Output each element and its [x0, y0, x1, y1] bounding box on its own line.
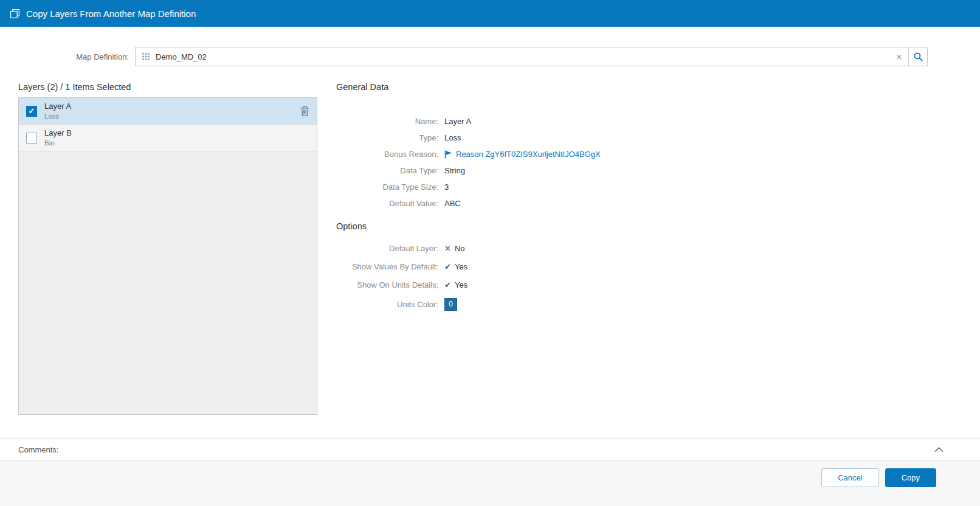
field-label: Data Type:: [336, 165, 444, 176]
layer-type: Bin: [44, 139, 72, 148]
field-row: Default Value: ABC: [336, 198, 980, 209]
comments-bar: Comments:: [0, 438, 980, 460]
dialog-body: Layers (2) / 1 Items Selected ✓ Layer A …: [0, 82, 980, 415]
field-value: Loss: [444, 133, 461, 144]
dialog-footer: Cancel Copy: [0, 460, 980, 506]
field-row: Bonus Reason: Reason ZgY6fT0ZIS9XurljetN…: [336, 149, 980, 160]
field-row: Data Type: String: [336, 165, 980, 176]
no-icon: ✕: [444, 243, 451, 254]
field-row: Type: Loss: [336, 133, 980, 144]
field-label: Default Value:: [336, 198, 444, 209]
check-icon: ✔: [444, 262, 451, 272]
option-row: Default Layer: ✕ No: [336, 243, 980, 254]
search-button[interactable]: [909, 47, 928, 66]
layer-list-item[interactable]: Layer B Bin: [19, 125, 317, 151]
copy-button[interactable]: Copy: [885, 468, 936, 487]
trash-icon[interactable]: [300, 106, 309, 116]
field-value: Layer A: [444, 116, 471, 127]
general-data-panel: General Data Name: Layer A Type: Loss Bo…: [336, 82, 980, 415]
field-label: Type:: [336, 133, 444, 144]
layer-name: Layer B: [44, 128, 72, 139]
layers-panel: Layers (2) / 1 Items Selected ✓ Layer A …: [18, 82, 317, 415]
layer-name: Layer A: [44, 101, 71, 112]
map-definition-label: Map Definition:: [0, 52, 135, 61]
clear-icon[interactable]: ×: [896, 52, 902, 62]
layer-checkbox[interactable]: ✓: [26, 106, 37, 117]
option-label: Units Color:: [336, 299, 444, 310]
cancel-button[interactable]: Cancel: [821, 468, 878, 487]
field-value: Reason ZgY6fT0ZIS9XurljetNtIJO4BGgX: [444, 149, 601, 160]
flag-icon: [444, 150, 452, 159]
layer-type: Loss: [44, 112, 71, 122]
option-row: Show Values By Default: ✔ Yes: [336, 262, 980, 272]
field-row: Data Type Size: 3: [336, 182, 980, 193]
check-icon: ✔: [444, 280, 451, 291]
map-definition-input[interactable]: Demo_MD_02 ×: [135, 47, 909, 66]
map-definition-value: Demo_MD_02: [156, 52, 207, 61]
field-label: Name:: [336, 116, 444, 127]
option-row: Units Color: 0: [336, 298, 980, 311]
layer-checkbox[interactable]: [26, 133, 37, 144]
map-definition-entity-icon: [142, 52, 150, 61]
chevron-up-icon[interactable]: [934, 447, 944, 452]
field-label: Bonus Reason:: [336, 149, 444, 160]
general-data-header: General Data: [336, 82, 980, 92]
bonus-reason-link[interactable]: Reason ZgY6fT0ZIS9XurljetNtIJO4BGgX: [456, 149, 601, 160]
dialog-titlebar: Copy Layers From Another Map Definition: [0, 0, 980, 27]
units-color-chip: 0: [444, 298, 457, 311]
field-value: ABC: [444, 198, 461, 209]
option-label: Default Layer:: [336, 243, 444, 254]
copy-layers-icon: [10, 9, 20, 19]
layers-panel-header: Layers (2) / 1 Items Selected: [18, 82, 317, 92]
search-icon: [913, 52, 923, 62]
option-value: Yes: [455, 280, 468, 291]
option-label: Show On Units Details:: [336, 280, 444, 291]
option-value: Yes: [455, 262, 468, 272]
map-definition-row: Map Definition: Demo_MD_02 ×: [0, 47, 980, 66]
field-value: String: [444, 165, 465, 176]
option-row: Show On Units Details: ✔ Yes: [336, 280, 980, 291]
dialog-title: Copy Layers From Another Map Definition: [26, 9, 196, 19]
option-value: No: [455, 243, 465, 254]
layer-list-item[interactable]: ✓ Layer A Loss: [19, 98, 317, 125]
option-label: Show Values By Default:: [336, 262, 444, 272]
field-value: 3: [444, 182, 449, 193]
comments-label: Comments:: [18, 445, 58, 454]
field-row: Name: Layer A: [336, 116, 980, 127]
layer-list: ✓ Layer A Loss Layer B Bin: [18, 97, 317, 415]
field-label: Data Type Size:: [336, 182, 444, 193]
options-header: Options: [336, 221, 980, 231]
